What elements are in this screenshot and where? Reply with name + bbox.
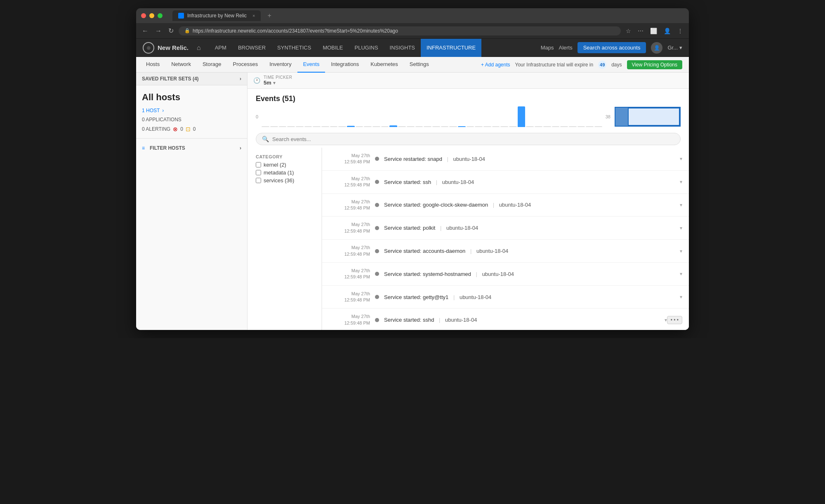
table-row[interactable]: May 27th 12:59:48 PM Service started: ge… [322,286,689,309]
maximize-button[interactable] [158,13,163,18]
maps-link[interactable]: Maps [541,45,554,51]
events-title: Events (51) [256,94,295,103]
subnav-events[interactable]: Events [297,57,325,73]
chevron-down-icon[interactable]: ▾ [680,156,682,162]
profile-icon[interactable]: 👤 [662,27,672,35]
table-row[interactable]: May 27th 12:59:48 PM Service restarted: … [322,148,689,171]
chart-bar [356,126,363,127]
nr-logo-circle: ◎ [143,42,154,54]
chart-bar [569,126,577,127]
pricing-button[interactable]: View Pricing Options [627,60,683,69]
chart-bar [449,126,457,127]
subnav-inventory[interactable]: Inventory [264,57,297,73]
browser-navbar: ← → ↻ 🔒 https://infrastructure.newrelic.… [136,23,689,39]
alerts-link[interactable]: Alerts [559,45,572,51]
nav-browser[interactable]: BROWSER [232,39,271,57]
saved-filter-sets[interactable]: SAVED FILTER SETS (4) › [136,73,247,85]
subnav-settings[interactable]: Settings [404,57,435,73]
event-time: May 27th 12:59:48 PM [329,245,370,257]
events-list: May 27th 12:59:48 PM Service restarted: … [322,148,689,330]
search-input[interactable] [272,136,674,142]
table-row[interactable]: May 27th 12:59:48 PM Service started: po… [322,217,689,240]
nr-logo: ◎ New Relic. [143,42,189,54]
subnav-kubernetes[interactable]: Kubernetes [365,57,404,73]
subnav-network[interactable]: Network [165,57,197,73]
chart-bar [458,126,466,127]
chevron-down-icon[interactable]: ▾ [680,271,682,277]
forward-button[interactable]: → [153,26,163,35]
time-picker[interactable]: TIME PICKER 5m ▾ [264,75,292,86]
alerting-label: 0 ALERTING [142,126,170,132]
nav-infrastructure[interactable]: INFRASTRUCTURE [421,39,481,57]
menu-icon[interactable]: ⋮ [676,27,685,35]
browser-window: Infrastructure by New Relic × + ← → ↻ 🔒 … [136,8,689,330]
close-button[interactable] [141,13,146,18]
category-item-metadata[interactable]: metadata (1) [256,169,321,177]
event-dot-icon [375,203,379,207]
chevron-down-icon[interactable]: ▾ [680,179,682,185]
chart-scale-right: 38 [606,114,610,119]
event-description: Service started: ssh | ubuntu-18-04 [384,179,676,185]
category-services-checkbox[interactable] [256,178,261,183]
tab-close-button[interactable]: × [252,13,255,18]
table-row[interactable]: May 27th 12:59:48 PM Service started: ss… [322,171,689,194]
user-menu[interactable]: Gr... ▾ [667,45,682,51]
new-tab-button[interactable]: + [267,12,271,19]
table-row[interactable]: May 27th 12:59:48 PM Service started: go… [322,194,689,217]
nav-insights[interactable]: INSIGHTS [384,39,421,57]
chevron-down-icon[interactable]: ▾ [665,317,667,323]
chart-selector[interactable] [615,107,681,127]
table-row[interactable]: May 27th 12:59:48 PM Service started: ac… [322,240,689,263]
host-count[interactable]: 1 HOST › [136,106,247,115]
back-button[interactable]: ← [140,26,150,35]
chart-bar [389,125,397,127]
event-description: Service restarted: snapd | ubuntu-18-04 [384,156,676,162]
avatar[interactable]: 👤 [651,42,662,54]
event-time: May 27th 12:59:48 PM [329,221,370,234]
category-services-label: services (36) [264,177,294,184]
sidebar-divider [136,138,247,139]
host-count-chevron-icon: › [162,108,164,113]
subnav-integrations[interactable]: Integrations [325,57,365,73]
category-metadata-checkbox[interactable] [256,170,261,175]
nav-apm[interactable]: APM [209,39,232,57]
category-kernel-checkbox[interactable] [256,162,261,167]
chevron-down-icon[interactable]: ▾ [680,248,682,254]
subnav-processes[interactable]: Processes [227,57,264,73]
table-row[interactable]: May 27th 12:59:48 PM Service started: sy… [322,263,689,286]
event-date: May 27th [329,153,370,159]
event-separator: | [447,156,448,162]
nav-mobile[interactable]: MOBILE [317,39,349,57]
subnav-storage[interactable]: Storage [197,57,227,73]
filter-hosts[interactable]: ≡ FILTER HOSTS › [136,143,247,153]
event-time: May 27th 12:59:48 PM [329,199,370,212]
bookmark-icon[interactable]: ☆ [624,27,633,35]
home-icon[interactable]: ⌂ [197,44,201,52]
cast-icon[interactable]: ⬜ [648,27,659,35]
event-time: May 27th 12:59:48 PM [329,313,370,326]
event-service-text: Service restarted: snapd [384,156,442,162]
chevron-down-icon[interactable]: ▾ [680,225,682,231]
nav-plugins[interactable]: PLUGINS [349,39,384,57]
subnav-hosts[interactable]: Hosts [140,57,165,73]
category-item-kernel[interactable]: kernel (2) [256,161,321,169]
sub-nav: Hosts Network Storage Processes Inventor… [136,57,689,73]
more-icon[interactable]: ⋯ [636,27,645,35]
minimize-button[interactable] [149,13,154,18]
add-agents-link[interactable]: + Add agents [481,62,510,68]
more-options-button[interactable]: • • • [667,316,682,324]
nav-synthetics[interactable]: SYNTHETICS [271,39,317,57]
event-time: May 27th 12:59:48 PM [329,176,370,188]
url-text: https://infrastructure.newrelic.com/acco… [193,28,398,34]
chevron-down-icon[interactable]: ▾ [680,294,682,300]
browser-tab[interactable]: Infrastructure by New Relic × [172,10,261,21]
events-label: Events [256,94,280,103]
address-bar[interactable]: 🔒 https://infrastructure.newrelic.com/ac… [179,26,621,35]
table-row[interactable]: May 27th 12:59:48 PM Service started: ss… [322,309,689,330]
reload-button[interactable]: ↻ [167,26,175,35]
search-across-button[interactable]: Search across accounts [578,42,646,53]
event-dot-icon [375,226,379,230]
chart-bar [407,126,415,127]
category-item-services[interactable]: services (36) [256,177,321,184]
chevron-down-icon[interactable]: ▾ [680,202,682,208]
